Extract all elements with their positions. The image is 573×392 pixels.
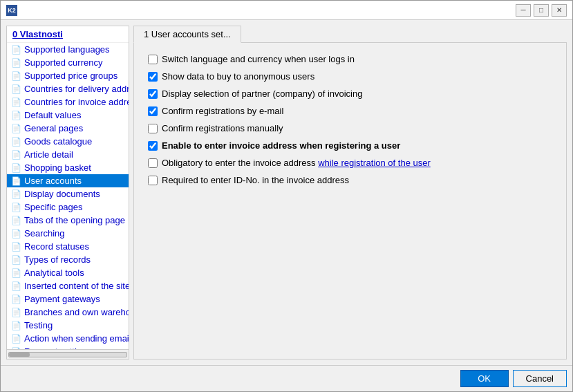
document-icon: 📄 — [11, 176, 21, 186]
sidebar-item-analytical-tools[interactable]: 📄Analytical tools — [7, 266, 129, 279]
sidebar-item-label: Goods catalogue — [24, 136, 92, 147]
sidebar-scrollbar[interactable] — [7, 349, 129, 359]
document-icon: 📄 — [11, 97, 21, 107]
sidebar-item-label: Display documents — [24, 189, 100, 199]
close-button[interactable]: ✕ — [552, 4, 567, 17]
sidebar-item-label: Article detail — [24, 149, 73, 160]
document-icon: 📄 — [11, 163, 21, 173]
sidebar-item-label: Shopping basket — [24, 162, 91, 173]
document-icon: 📄 — [11, 281, 21, 291]
sidebar-item-action-sending-email[interactable]: 📄Action when sending email — [7, 332, 129, 345]
checkbox-label-switch-language[interactable]: Switch language and currency when user l… — [162, 54, 355, 64]
sidebar-item-label: General pages — [24, 123, 83, 133]
maximize-button[interactable]: □ — [534, 4, 549, 17]
sidebar-item-shopping-basket[interactable]: 📄Shopping basket — [7, 161, 129, 174]
checkbox-enable-invoice-address[interactable] — [148, 141, 158, 151]
sidebar-item-payment-gateways[interactable]: 📄Payment gateways — [7, 292, 129, 306]
checkbox-confirm-registrations-email[interactable] — [148, 106, 158, 116]
document-icon: 📄 — [11, 111, 21, 120]
sidebar-item-label: User accounts — [24, 176, 82, 186]
checkbox-confirm-registrations-manually[interactable] — [148, 124, 158, 133]
titlebar-controls: ─ □ ✕ — [516, 4, 567, 17]
sidebar-item-user-accounts[interactable]: 📄User accounts — [7, 174, 129, 187]
cancel-button[interactable]: Cancel — [513, 370, 567, 387]
checkbox-label-display-selection[interactable]: Display selection of partner (company) o… — [162, 88, 362, 99]
sidebar-header[interactable]: 0 Vlastnosti — [7, 26, 129, 43]
sidebar-item-article-detail[interactable]: 📄Article detail — [7, 148, 129, 161]
checkbox-row-show-data-buy: Show data to buy to anonymous users — [148, 71, 552, 82]
tabs: 1 User accounts set... — [133, 26, 567, 43]
sidebar-item-goods-catalogue[interactable]: 📄Goods catalogue — [7, 135, 129, 148]
sidebar-item-label: Action when sending email — [24, 333, 129, 344]
checkbox-label-confirm-registrations-manually[interactable]: Confirm registrations manually — [162, 123, 283, 133]
sidebar-item-types-of-records[interactable]: 📄Types of records — [7, 253, 129, 266]
document-icon: 📄 — [11, 216, 21, 225]
titlebar-left: K2 — [6, 5, 17, 16]
checkbox-row-confirm-registrations-email: Confirm registrations by e-mail — [148, 106, 552, 116]
sidebar-item-label: Searching — [24, 228, 65, 239]
sidebar-item-label: Types of records — [24, 254, 91, 265]
sidebar-item-countries-invoice[interactable]: 📄Countries for invoice addresse — [7, 95, 129, 109]
sidebar-item-label: Analytical tools — [24, 268, 84, 278]
tab-user-accounts[interactable]: 1 User accounts set... — [133, 26, 241, 43]
sidebar-item-label: Testing — [24, 320, 53, 330]
sidebar-item-branches-warehouses[interactable]: 📄Branches and own warehouse — [7, 306, 129, 319]
checkbox-switch-language[interactable] — [148, 55, 158, 64]
document-icon: 📄 — [11, 58, 21, 68]
sidebar-item-display-documents[interactable]: 📄Display documents — [7, 187, 129, 200]
document-icon: 📄 — [11, 295, 21, 304]
sidebar-item-countries-delivery[interactable]: 📄Countries for delivery addresse — [7, 82, 129, 95]
checkbox-label-confirm-registrations-email[interactable]: Confirm registrations by e-mail — [162, 106, 283, 116]
document-icon: 📄 — [11, 203, 21, 212]
document-icon: 📄 — [11, 189, 21, 199]
checkbox-obligatory-invoice-address[interactable] — [148, 158, 158, 168]
document-icon: 📄 — [11, 255, 21, 265]
minimize-button[interactable]: ─ — [516, 4, 531, 17]
sidebar-item-testing[interactable]: 📄Testing — [7, 319, 129, 332]
main-window: K2 ─ □ ✕ 0 Vlastnosti 📄Supported languag… — [0, 0, 573, 392]
checkbox-row-display-selection: Display selection of partner (company) o… — [148, 88, 552, 99]
document-icon: 📄 — [11, 45, 21, 55]
checkbox-label-obligatory-invoice-address[interactable]: Obligatory to enter the invoice address … — [162, 158, 431, 168]
checkbox-label-required-id-no[interactable]: Required to enter ID-No. in the invoice … — [162, 175, 349, 185]
sidebar-item-tabs-opening-page[interactable]: 📄Tabs of the opening page — [7, 214, 129, 227]
document-icon: 📄 — [11, 229, 21, 239]
content-area: 0 Vlastnosti 📄Supported languages📄Suppor… — [1, 20, 572, 365]
app-icon: K2 — [6, 5, 17, 16]
sidebar-item-inserted-content[interactable]: 📄Inserted content of the sites — [7, 279, 129, 292]
scrollbar-thumb — [9, 353, 30, 357]
checkbox-show-data-buy[interactable] — [148, 72, 158, 82]
document-icon: 📄 — [11, 268, 21, 278]
checkbox-row-switch-language: Switch language and currency when user l… — [148, 54, 552, 64]
sidebar-item-record-statuses[interactable]: 📄Record statuses — [7, 240, 129, 253]
sidebar-item-label: Payment gateways — [24, 294, 100, 304]
sidebar-list[interactable]: 📄Supported languages📄Supported currency📄… — [7, 43, 129, 349]
sidebar-item-searching[interactable]: 📄Searching — [7, 227, 129, 240]
scrollbar-track — [8, 352, 127, 357]
sidebar-item-default-values[interactable]: 📄Default values — [7, 109, 129, 122]
sidebar-item-general-pages[interactable]: 📄General pages — [7, 122, 129, 135]
ok-button[interactable]: OK — [460, 370, 509, 387]
sidebar-item-supported-currency[interactable]: 📄Supported currency — [7, 56, 129, 69]
document-icon: 📄 — [11, 71, 21, 81]
checkbox-label-show-data-buy[interactable]: Show data to buy to anonymous users — [162, 71, 314, 82]
document-icon: 📄 — [11, 124, 21, 133]
sidebar-item-supported-languages[interactable]: 📄Supported languages — [7, 43, 129, 56]
document-icon: 📄 — [11, 137, 21, 147]
sidebar-item-label: Default values — [24, 110, 81, 120]
sidebar-item-specific-pages[interactable]: 📄Specific pages — [7, 200, 129, 214]
sidebar-item-label: Countries for invoice addresse — [24, 97, 129, 107]
sidebar-item-label: Tabs of the opening page — [24, 215, 125, 225]
checkbox-row-required-id-no: Required to enter ID-No. in the invoice … — [148, 175, 552, 185]
titlebar: K2 ─ □ ✕ — [1, 1, 572, 20]
checkbox-display-selection[interactable] — [148, 89, 158, 99]
checkbox-label-enable-invoice-address[interactable]: Enable to enter invoice address when reg… — [162, 140, 400, 151]
checkbox-required-id-no[interactable] — [148, 176, 158, 185]
sidebar-item-label: Supported currency — [24, 57, 102, 68]
sidebar-item-supported-price-groups[interactable]: 📄Supported price groups — [7, 69, 129, 82]
sidebar-item-label: Countries for delivery addresse — [24, 84, 129, 94]
bottom-bar: OK Cancel — [1, 365, 572, 391]
document-icon: 📄 — [11, 321, 21, 330]
checkbox-row-enable-invoice-address: Enable to enter invoice address when reg… — [148, 140, 552, 151]
document-icon: 📄 — [11, 84, 21, 94]
